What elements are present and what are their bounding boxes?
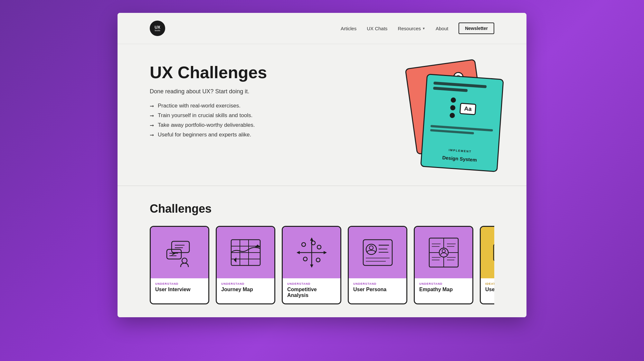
page-wrapper: UX tools Articles UX Chats Resources ▼ A…	[118, 13, 526, 317]
card-image-journey-map	[217, 227, 274, 278]
implement-label: IMPLEMENT	[449, 148, 472, 153]
card-tag: UNDERSTAND	[419, 282, 468, 285]
hero-bullet-3: ➞ Take away portfolio-worthy deliverable…	[150, 122, 267, 128]
card-tag: UNDERSTAND	[155, 282, 204, 285]
card-name: Empathy Map	[419, 287, 468, 292]
empathy-map-icon	[426, 235, 461, 270]
nav-ux-chats[interactable]: UX Chats	[367, 26, 387, 31]
card-tag: UNDERSTAND	[353, 282, 402, 285]
svg-point-31	[369, 246, 373, 250]
hero-bullet-2: ➞ Train yourself in crucial skills and t…	[150, 112, 267, 119]
user-flow-icon	[492, 235, 495, 270]
svg-marker-25	[310, 237, 313, 241]
svg-marker-28	[324, 251, 327, 254]
svg-marker-26	[310, 264, 313, 268]
challenges-title: Challenges	[150, 202, 494, 216]
card-name: User Flow	[485, 287, 494, 292]
user-persona-icon	[360, 235, 395, 270]
logo-ux: UX	[155, 25, 160, 29]
svg-point-21	[317, 245, 321, 249]
user-interview-icon	[162, 235, 197, 270]
nav-resources[interactable]: Resources ▼	[398, 26, 425, 31]
challenge-card-user-interview[interactable]: UNDERSTAND User Interview	[150, 226, 209, 304]
card-tag: UNDERSTAND	[287, 282, 336, 285]
nav-articles[interactable]: Articles	[341, 26, 356, 31]
arrow-icon: ➞	[150, 103, 154, 109]
card-name: Competitive Analysis	[287, 287, 336, 298]
svg-point-20	[302, 243, 306, 246]
card-name: User Interview	[155, 287, 204, 292]
hero-text: UX Challenges Done reading about UX? Sta…	[150, 63, 267, 138]
challenge-card-user-persona[interactable]: UNDERSTAND User Persona	[348, 226, 407, 304]
svg-rect-50	[494, 245, 495, 261]
chevron-down-icon: ▼	[422, 27, 425, 30]
card-image-empathy-map	[415, 227, 472, 278]
svg-rect-2	[172, 241, 189, 253]
hero-bullet-4: ➞ Useful for beginners and experts alike…	[150, 132, 267, 138]
svg-point-23	[316, 258, 320, 262]
logo[interactable]: UX tools	[150, 21, 165, 36]
newsletter-button[interactable]: Newsletter	[459, 23, 494, 34]
svg-marker-17	[234, 257, 236, 263]
card-front: Aa IMPLEMENT Design System	[420, 74, 504, 172]
arrow-icon: ➞	[150, 113, 154, 119]
competitive-analysis-icon	[294, 235, 329, 270]
card-image-user-persona	[349, 227, 406, 278]
challenge-card-competitive-analysis[interactable]: UNDERSTAND Competitive Analysis	[282, 226, 341, 304]
logo-tools: tools	[155, 29, 160, 32]
design-system-label: Design System	[442, 155, 477, 162]
svg-marker-27	[297, 251, 300, 254]
header: UX tools Articles UX Chats Resources ▼ A…	[118, 13, 526, 44]
svg-point-22	[303, 257, 307, 261]
aa-icon: Aa	[459, 103, 476, 115]
hero-bullet-1: ➞ Practice with real-world exercises.	[150, 103, 267, 109]
card-name: Journey Map	[221, 287, 270, 292]
challenges-section: Challenges	[118, 186, 526, 317]
card-image-user-flow	[481, 227, 494, 278]
challenge-card-user-flow[interactable]: IDEATE User Flow	[480, 226, 494, 304]
hero-title: UX Challenges	[150, 63, 267, 82]
card-body-user-persona: UNDERSTAND User Persona	[349, 278, 406, 303]
arrow-icon: ➞	[150, 132, 154, 138]
arrow-icon: ➞	[150, 122, 154, 128]
hero-subtitle: Done reading about UX? Start doing it.	[150, 88, 267, 95]
card-tag: UNDERSTAND	[221, 282, 270, 285]
card-name: User Persona	[353, 287, 402, 292]
card-body-user-flow: IDEATE User Flow	[481, 278, 494, 303]
challenge-card-empathy-map[interactable]: UNDERSTAND Empathy Map	[414, 226, 473, 304]
card-body-empathy-map: UNDERSTAND Empathy Map	[415, 278, 472, 303]
card-image-user-interview	[151, 227, 208, 278]
main-nav: Articles UX Chats Resources ▼ About News…	[341, 23, 494, 34]
nav-about[interactable]: About	[436, 26, 448, 31]
card-body-competitive-analysis: UNDERSTAND Competitive Analysis	[283, 278, 340, 303]
hero-section: UX Challenges Done reading about UX? Sta…	[118, 44, 526, 186]
card-body-journey-map: UNDERSTAND Journey Map	[217, 278, 274, 303]
challenge-card-journey-map[interactable]: UNDERSTAND Journey Map	[216, 226, 275, 304]
challenges-cards-row: UNDERSTAND User Interview	[150, 226, 494, 304]
card-body-user-interview: UNDERSTAND User Interview	[151, 278, 208, 303]
hero-bullets: ➞ Practice with real-world exercises. ➞ …	[150, 103, 267, 138]
hero-illustration: ?	[398, 57, 501, 160]
card-tag: IDEATE	[485, 282, 494, 285]
card-image-competitive-analysis	[283, 227, 340, 278]
journey-map-icon	[228, 235, 263, 270]
svg-point-9	[182, 258, 187, 263]
